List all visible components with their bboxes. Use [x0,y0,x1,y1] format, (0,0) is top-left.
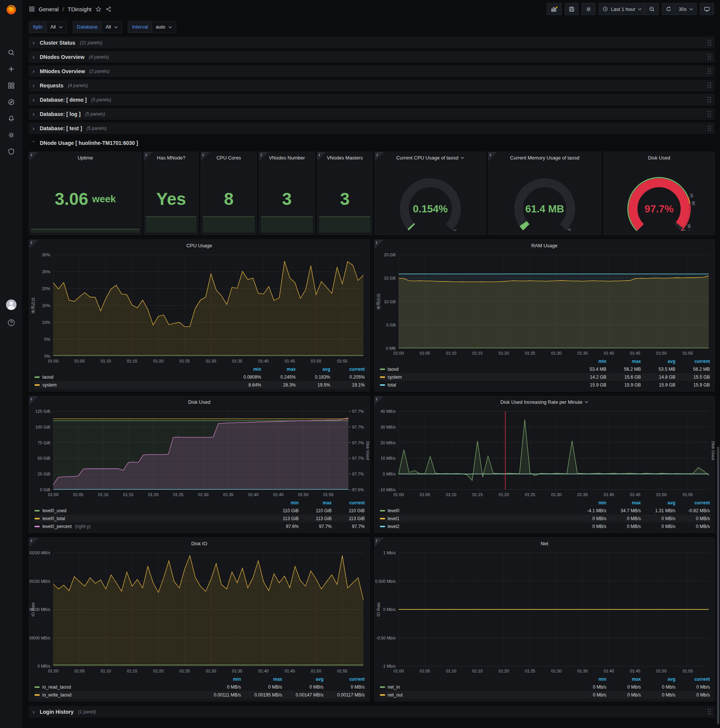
refresh-button[interactable] [662,3,675,15]
share-icon[interactable] [105,6,112,12]
time-range-picker[interactable]: Last 1 hour [598,3,645,15]
row-drag-handle[interactable] [708,68,711,74]
chart-plot-disk-rate[interactable]: 01:0001:0501:1001:1501:2001:2501:3001:35… [375,408,715,499]
panel-title[interactable]: Uptime [29,152,141,163]
legend-column-header[interactable]: current [332,500,365,505]
star-icon[interactable] [95,6,102,12]
panel-title[interactable]: Disk Used Increasing Rate per Minute [375,396,715,408]
legend-series-toggle[interactable]: level0_percent(right-y) [35,524,90,529]
chart-plot-ram-usage[interactable]: 01:0001:0501:1001:1501:2001:2501:3001:35… [375,251,715,357]
page-scrollbar[interactable] [717,447,719,724]
legend-column-header[interactable]: min [200,677,241,682]
dashboard-settings-button[interactable] [582,3,595,15]
legend-column-header[interactable]: min [572,500,606,505]
row-drag-handle[interactable] [708,709,711,714]
legend-column-header[interactable]: max [241,677,282,682]
panel-info-icon[interactable]: i [29,396,38,405]
panel-title[interactable]: Current Memory Usage of taosd [488,152,601,163]
row-drag-handle[interactable] [708,97,711,102]
panel-info-icon[interactable]: i [29,152,38,161]
variable-value-dropdown[interactable]: All [101,21,122,33]
zoom-out-time-button[interactable] [645,3,659,15]
add-panel-button[interactable] [547,3,562,15]
panel-info-icon[interactable]: i [317,152,326,161]
panel-info-icon[interactable]: i [488,152,497,161]
legend-column-header[interactable]: max [299,500,332,505]
legend-series-toggle[interactable]: level1 [380,516,400,521]
breadcrumb-page-title[interactable]: TDinsight [68,6,92,12]
row-database-demo[interactable]: ›Database: [ demo ](5 panels) [29,94,715,106]
chart-plot-cpu-usage[interactable]: 01:0001:0501:1001:1501:2001:2501:3001:35… [29,251,369,365]
grafana-logo[interactable] [0,0,22,20]
legend-column-header[interactable]: min [266,500,299,505]
variable-value-dropdown[interactable]: auto [152,21,176,33]
row-login-history[interactable]: › Login History (1 panel) [29,706,715,717]
panel-info-icon[interactable]: i [201,152,210,161]
row-drag-handle[interactable] [708,125,711,131]
legend-column-header[interactable]: avg [641,500,675,505]
panel-title[interactable]: Disk Used [29,396,369,408]
chart-plot-disk-used[interactable]: 01:0001:0501:1001:1501:2001:2501:3001:35… [29,408,369,499]
legend-column-header[interactable]: max [261,367,296,372]
row-mnodes-overview[interactable]: ›MNodes Overview(2 panels) [29,65,715,77]
row-dnode-usage[interactable]: ˇ DNode Usage [ huolinhe-TM1701:6030 ] [29,136,715,149]
legend-column-header[interactable]: avg [296,367,330,372]
legend-series-toggle[interactable]: io_write_taosd [35,692,71,697]
legend-column-header[interactable]: current [330,367,365,372]
chart-plot-net[interactable]: 01:0001:0501:1001:1501:2001:2501:3001:35… [375,549,715,675]
panel-info-icon[interactable]: i [259,152,268,161]
save-dashboard-button[interactable] [565,3,579,15]
legend-series-toggle[interactable]: level0_total [35,516,65,521]
legend-column-header[interactable]: min [572,359,606,364]
panel-title[interactable]: Current CPU Usage of taosd [375,152,486,163]
panel-info-icon[interactable]: i [29,240,38,249]
legend-series-toggle[interactable]: net_out [380,692,403,697]
legend-column-header[interactable]: current [675,500,710,505]
panel-info-icon[interactable]: i [375,152,384,161]
row-drag-handle[interactable] [708,83,711,88]
plus-icon[interactable] [0,61,22,77]
legend-column-header[interactable]: max [606,500,641,505]
panel-title[interactable]: RAM Usage [375,240,715,251]
search-icon[interactable] [0,44,22,61]
legend-series-toggle[interactable]: level0_used [35,508,66,513]
legend-series-toggle[interactable]: io_read_taosd [35,684,71,690]
legend-column-header[interactable]: avg [641,677,675,682]
dashboards-icon[interactable] [0,77,22,94]
row-cluster-status[interactable]: ›Cluster Status(21 panels) [29,37,715,48]
row-database-log[interactable]: ›Database: [ log ](5 panels) [29,108,715,120]
legend-series-toggle[interactable]: taosd [380,367,399,372]
panel-info-icon[interactable]: i [375,396,384,405]
row-drag-handle[interactable] [708,111,711,117]
legend-series-toggle[interactable]: total [380,382,397,388]
alerting-bell-icon[interactable] [0,110,22,127]
legend-column-header[interactable]: min [227,367,261,372]
row-drag-handle[interactable] [708,40,711,46]
variable-value-dropdown[interactable]: All [46,21,66,33]
user-avatar[interactable] [0,297,22,313]
legend-series-toggle[interactable]: taosd [35,375,53,380]
panel-info-icon[interactable]: i [375,240,384,249]
row-dnodes-overview[interactable]: ›DNodes Overview(4 panels) [29,51,715,63]
row-drag-handle[interactable] [708,54,711,60]
legend-column-header[interactable]: avg [282,677,323,682]
legend-series-toggle[interactable]: system [380,375,402,380]
legend-series-toggle[interactable]: level2 [380,524,400,529]
panel-title[interactable]: CPU Usage [29,240,369,251]
legend-column-header[interactable]: current [675,359,710,364]
help-icon[interactable] [0,315,22,331]
panel-info-icon[interactable]: i [29,538,38,547]
row-requests[interactable]: ›Requests(4 panels) [29,80,715,91]
chart-plot-disk-io[interactable]: 01:0001:0501:1001:1501:2001:2501:3001:35… [29,549,369,675]
panel-title[interactable]: Net [375,538,715,549]
legend-column-header[interactable]: avg [641,359,675,364]
server-admin-shield-icon[interactable] [0,143,22,160]
refresh-interval-picker[interactable]: 30s [675,3,697,15]
legend-column-header[interactable]: min [572,677,606,682]
legend-series-toggle[interactable]: level0 [380,508,400,513]
panel-title[interactable]: Disk Used [604,152,714,163]
legend-series-toggle[interactable]: system [35,382,56,388]
configuration-gear-icon[interactable] [0,127,22,143]
legend-column-header[interactable]: max [606,677,641,682]
explore-compass-icon[interactable] [0,94,22,110]
